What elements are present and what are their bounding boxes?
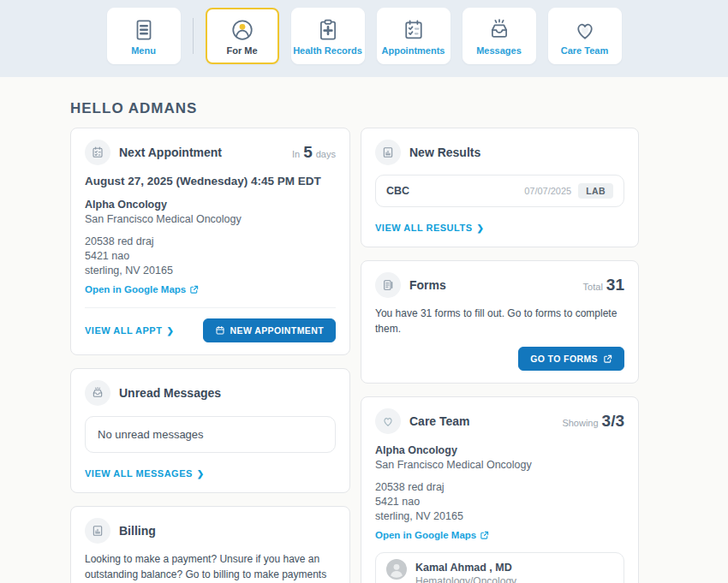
forms-footer: GO TO FORMS xyxy=(375,347,624,371)
result-date: 07/07/2025 xyxy=(524,186,571,196)
top-navigation: Menu For Me Health Records xyxy=(0,0,728,77)
forms-clipboard-icon xyxy=(375,272,401,298)
heart-icon xyxy=(375,408,401,434)
card-title: Care Team xyxy=(409,414,470,428)
avatar xyxy=(386,559,407,580)
provider-name: Alpha Oncology xyxy=(85,198,336,212)
new-results-card: New Results CBC 07/07/2025 LAB VIEW ALL … xyxy=(361,128,639,247)
result-meta: 07/07/2025 LAB xyxy=(524,183,613,199)
clipboard-plus-icon xyxy=(315,17,341,43)
dashboard-grid: Next Appointment In 5 days August 27, 20… xyxy=(70,128,639,583)
nav-item-menu[interactable]: Menu xyxy=(107,8,181,64)
page-title: HELLO ADMANS xyxy=(70,100,639,117)
forms-message: You have 31 forms to fill out. Go to for… xyxy=(375,306,624,336)
countdown-value: 5 xyxy=(303,143,313,162)
nav-divider xyxy=(193,18,194,54)
billing-header: Billing xyxy=(85,518,336,544)
maps-link-label: Open in Google Maps xyxy=(85,284,186,294)
appointment-countdown: In 5 days xyxy=(292,143,336,162)
calendar-checklist-icon xyxy=(401,17,427,43)
total-prefix: Total xyxy=(583,282,603,292)
nav-label-for-me: For Me xyxy=(226,45,257,56)
member-info: Kamal Ahmad , MD Hematology/Oncology xyxy=(415,559,516,583)
view-all-results-link[interactable]: VIEW ALL RESULTS ❯ xyxy=(375,223,484,233)
nav-item-for-me[interactable]: For Me xyxy=(206,8,279,64)
chevron-right-icon: ❯ xyxy=(166,326,174,336)
care-team-header: Care Team Showing 3/3 xyxy=(375,408,624,434)
results-footer: VIEW ALL RESULTS ❯ xyxy=(375,219,624,235)
card-title: New Results xyxy=(409,146,480,159)
inbox-icon xyxy=(85,380,110,406)
open-google-maps-link[interactable]: Open in Google Maps xyxy=(85,284,199,294)
view-all-label: VIEW ALL RESULTS xyxy=(375,223,473,233)
external-link-icon xyxy=(603,354,612,364)
calendar-icon xyxy=(215,325,225,336)
card-title: Forms xyxy=(409,278,446,292)
new-appointment-label: NEW APPOINTMENT xyxy=(230,325,324,336)
go-to-forms-label: GO TO FORMS xyxy=(530,354,598,364)
countdown-prefix: In xyxy=(292,149,300,159)
nav-item-care-team[interactable]: Care Team xyxy=(548,8,622,64)
nav-item-appointments[interactable]: Appointments xyxy=(377,8,451,64)
nav-item-health-records[interactable]: Health Records xyxy=(291,8,365,64)
go-to-forms-button[interactable]: GO TO FORMS xyxy=(518,347,624,371)
card-title: Billing xyxy=(119,524,156,538)
chevron-right-icon: ❯ xyxy=(197,469,205,479)
billing-card: Billing Looking to make a payment? Unsur… xyxy=(70,506,350,583)
billing-chart-icon xyxy=(85,518,110,544)
left-column: Next Appointment In 5 days August 27, 20… xyxy=(70,128,350,583)
forms-card: Forms Total 31 You have 31 forms to fill… xyxy=(361,260,639,384)
heart-icon xyxy=(572,17,598,43)
countdown-suffix: days xyxy=(316,149,336,159)
view-all-messages-link[interactable]: VIEW ALL MESSAGES ❯ xyxy=(85,468,205,479)
menu-icon xyxy=(131,17,157,43)
address-line: sterling, NV 20165 xyxy=(375,509,624,524)
appointment-datetime: August 27, 2025 (Wednesday) 4:45 PM EDT xyxy=(85,175,336,187)
no-unread-messages-box: No unread messages xyxy=(85,416,336,453)
nav-label-menu: Menu xyxy=(131,45,156,56)
provider-department: San Francisco Medical Oncology xyxy=(85,212,336,227)
nav-label-health-records: Health Records xyxy=(293,45,362,56)
appointment-address: 20538 red draj 5421 nao sterling, NV 201… xyxy=(85,235,336,278)
open-google-maps-link[interactable]: Open in Google Maps xyxy=(375,530,489,540)
provider-name: Alpha Oncology xyxy=(375,443,624,458)
member-row[interactable]: Kamal Ahmad , MD Hematology/Oncology xyxy=(375,552,624,583)
address-line: sterling, NV 20165 xyxy=(85,264,336,278)
forms-total: Total 31 xyxy=(583,276,624,294)
next-appointment-card: Next Appointment In 5 days August 27, 20… xyxy=(70,128,350,355)
next-appointment-header: Next Appointment In 5 days xyxy=(85,140,336,165)
results-chart-icon xyxy=(375,140,401,165)
provider-department: San Francisco Medical Oncology xyxy=(375,458,624,473)
address-line: 20538 red draj xyxy=(85,235,336,249)
member-specialty: Hematology/Oncology xyxy=(415,575,516,583)
result-type-badge: LAB xyxy=(578,183,613,199)
new-results-header: New Results xyxy=(375,140,624,165)
nav-item-messages[interactable]: Messages xyxy=(462,8,536,64)
external-link-icon xyxy=(189,285,199,294)
billing-message: Looking to make a payment? Unsure if you… xyxy=(85,551,336,583)
address-line: 5421 nao xyxy=(375,495,624,509)
care-team-address: 20538 red draj 5421 nao sterling, NV 201… xyxy=(375,480,624,524)
maps-link-label: Open in Google Maps xyxy=(375,530,476,540)
result-row-cbc[interactable]: CBC 07/07/2025 LAB xyxy=(375,175,624,207)
appointment-org: Alpha Oncology San Francisco Medical Onc… xyxy=(85,198,336,227)
inbox-alert-icon xyxy=(486,17,512,43)
view-all-label: VIEW ALL APPT xyxy=(85,325,162,336)
member-name: Kamal Ahmad , MD xyxy=(415,559,516,574)
nav-label-appointments: Appointments xyxy=(382,45,445,56)
care-team-showing: Showing 3/3 xyxy=(562,412,624,431)
new-appointment-button[interactable]: NEW APPOINTMENT xyxy=(203,318,336,342)
main-content: HELLO ADMANS Next Appointment xyxy=(0,77,728,583)
person-icon xyxy=(230,17,255,43)
showing-value: 3/3 xyxy=(602,412,624,431)
forms-header: Forms Total 31 xyxy=(375,272,624,298)
showing-prefix: Showing xyxy=(562,418,598,428)
total-value: 31 xyxy=(606,276,624,294)
appointment-footer: VIEW ALL APPT ❯ NEW APPOINTMENT xyxy=(85,307,336,342)
nav-label-messages: Messages xyxy=(476,45,522,56)
nav-row: Menu For Me Health Records xyxy=(107,8,622,64)
view-all-appointments-link[interactable]: VIEW ALL APPT ❯ xyxy=(85,325,174,336)
card-title: Unread Messages xyxy=(119,386,221,400)
unread-messages-header: Unread Messages xyxy=(85,380,336,406)
nav-label-care-team: Care Team xyxy=(561,45,608,56)
